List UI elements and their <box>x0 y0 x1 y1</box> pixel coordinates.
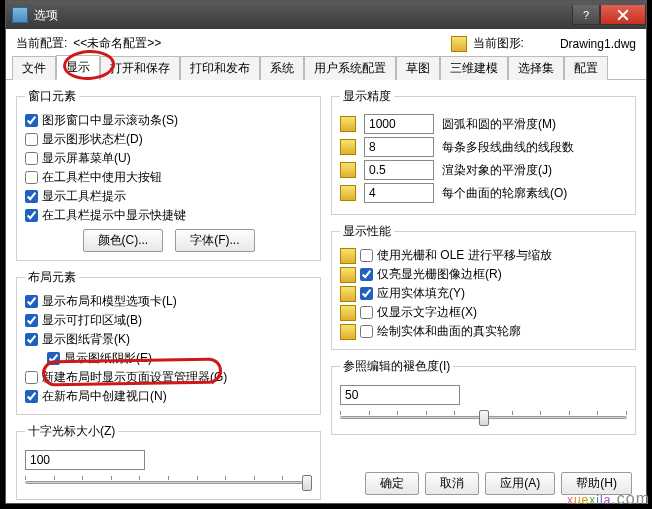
perf-row-4: 绘制实体和曲面的真实轮廓 <box>340 322 627 341</box>
winel-label-4: 显示工具栏提示 <box>42 188 126 205</box>
precision-input-3[interactable] <box>364 183 434 203</box>
perf-row-1: 仅亮显光栅图像边框(R) <box>340 265 627 284</box>
color-button[interactable]: 颜色(C)... <box>83 229 164 252</box>
layout-row-3: 显示图纸阴影(E) <box>25 349 312 368</box>
precision-input-0[interactable] <box>364 114 434 134</box>
tab-strip: 文件显示打开和保存打印和发布系统用户系统配置草图三维建模选择集配置 <box>6 58 646 80</box>
tab-2[interactable]: 打开和保存 <box>100 56 180 80</box>
layout-row-4: 新建布局时显示页面设置管理器(G) <box>25 368 312 387</box>
layout-checkbox-3[interactable] <box>47 352 60 365</box>
tab-8[interactable]: 选择集 <box>508 56 564 80</box>
perf-row-0: 使用光栅和 OLE 进行平移与缩放 <box>340 246 627 265</box>
tab-0[interactable]: 文件 <box>12 56 56 80</box>
winel-checkbox-3[interactable] <box>25 171 38 184</box>
layout-row-0: 显示布局和模型选项卡(L) <box>25 292 312 311</box>
layout-checkbox-1[interactable] <box>25 314 38 327</box>
layout-row-1: 显示可打印区域(B) <box>25 311 312 330</box>
tab-6[interactable]: 草图 <box>396 56 440 80</box>
drawing-icon <box>340 139 356 155</box>
layout-checkbox-5[interactable] <box>25 390 38 403</box>
crosshair-slider[interactable] <box>25 473 312 491</box>
tab-3[interactable]: 打印和发布 <box>180 56 260 80</box>
refedit-input[interactable] <box>340 385 460 405</box>
drawing-icon <box>340 305 356 321</box>
perf-checkbox-2[interactable] <box>360 287 373 300</box>
precision-label-0: 圆弧和圆的平滑度(M) <box>442 116 556 133</box>
window-elements-legend: 窗口元素 <box>25 88 79 105</box>
watermark: xuexila.com <box>567 486 650 509</box>
config-bar: 当前配置: <<未命名配置>> 当前图形: Drawing1.dwg <box>6 29 646 56</box>
drawing-icon <box>340 116 356 132</box>
ok-button[interactable]: 确定 <box>365 472 419 495</box>
help-button[interactable]: ? <box>572 5 600 25</box>
layout-label-1: 显示可打印区域(B) <box>42 312 142 329</box>
layout-label-4: 新建布局时显示页面设置管理器(G) <box>42 369 227 386</box>
winel-checkbox-0[interactable] <box>25 114 38 127</box>
layout-label-3: 显示图纸阴影(E) <box>64 350 152 367</box>
winel-checkbox-2[interactable] <box>25 152 38 165</box>
winel-label-2: 显示屏幕菜单(U) <box>42 150 131 167</box>
titlebar[interactable]: 选项 ? <box>6 1 646 29</box>
winel-checkbox-4[interactable] <box>25 190 38 203</box>
layout-elements-legend: 布局元素 <box>25 269 79 286</box>
window-elements-group: 窗口元素 图形窗口中显示滚动条(S)显示图形状态栏(D)显示屏幕菜单(U)在工具… <box>16 88 321 261</box>
precision-legend: 显示精度 <box>340 88 394 105</box>
drawing-icon <box>340 267 356 283</box>
current-config-label: 当前配置: <box>16 35 67 52</box>
current-drawing-value: Drawing1.dwg <box>560 37 636 51</box>
current-config-value: <<未命名配置>> <box>73 35 161 52</box>
winel-checkbox-1[interactable] <box>25 133 38 146</box>
perf-label-3: 仅显示文字边框(X) <box>377 304 477 321</box>
precision-input-1[interactable] <box>364 137 434 157</box>
winel-row-1: 显示图形状态栏(D) <box>25 130 312 149</box>
close-icon <box>617 9 629 21</box>
performance-legend: 显示性能 <box>340 223 394 240</box>
close-button[interactable] <box>600 5 646 25</box>
tab-4[interactable]: 系统 <box>260 56 304 80</box>
current-drawing-label: 当前图形: <box>473 35 524 52</box>
winel-checkbox-5[interactable] <box>25 209 38 222</box>
drawing-icon <box>340 248 356 264</box>
layout-checkbox-2[interactable] <box>25 333 38 346</box>
drawing-icon <box>340 185 356 201</box>
perf-row-3: 仅显示文字边框(X) <box>340 303 627 322</box>
precision-row-3: 每个曲面的轮廓素线(O) <box>340 183 627 203</box>
perf-label-4: 绘制实体和曲面的真实轮廓 <box>377 323 521 340</box>
drawing-icon <box>340 324 356 340</box>
layout-checkbox-0[interactable] <box>25 295 38 308</box>
winel-row-4: 显示工具栏提示 <box>25 187 312 206</box>
window-title: 选项 <box>34 7 58 24</box>
refedit-slider[interactable] <box>340 408 627 426</box>
precision-input-2[interactable] <box>364 160 434 180</box>
cancel-button[interactable]: 取消 <box>425 472 479 495</box>
layout-checkbox-4[interactable] <box>25 371 38 384</box>
apply-button[interactable]: 应用(A) <box>485 472 555 495</box>
precision-label-3: 每个曲面的轮廓素线(O) <box>442 185 567 202</box>
layout-label-0: 显示布局和模型选项卡(L) <box>42 293 177 310</box>
tab-1[interactable]: 显示 <box>56 55 100 80</box>
perf-checkbox-3[interactable] <box>360 306 373 319</box>
refedit-legend: 参照编辑的褪色度(I) <box>340 358 453 375</box>
tab-5[interactable]: 用户系统配置 <box>304 56 396 80</box>
perf-label-0: 使用光栅和 OLE 进行平移与缩放 <box>377 247 552 264</box>
tab-7[interactable]: 三维建模 <box>440 56 508 80</box>
performance-group: 显示性能 使用光栅和 OLE 进行平移与缩放仅亮显光栅图像边框(R)应用实体填充… <box>331 223 636 350</box>
winel-label-0: 图形窗口中显示滚动条(S) <box>42 112 178 129</box>
perf-label-2: 应用实体填充(Y) <box>377 285 465 302</box>
layout-row-2: 显示图纸背景(K) <box>25 330 312 349</box>
perf-checkbox-4[interactable] <box>360 325 373 338</box>
precision-row-1: 每条多段线曲线的线段数 <box>340 137 627 157</box>
tab-9[interactable]: 配置 <box>564 56 608 80</box>
perf-row-2: 应用实体填充(Y) <box>340 284 627 303</box>
winel-row-2: 显示屏幕菜单(U) <box>25 149 312 168</box>
perf-checkbox-0[interactable] <box>360 249 373 262</box>
layout-row-5: 在新布局中创建视口(N) <box>25 387 312 406</box>
font-button[interactable]: 字体(F)... <box>175 229 254 252</box>
perf-checkbox-1[interactable] <box>360 268 373 281</box>
crosshair-input[interactable] <box>25 450 145 470</box>
refedit-group: 参照编辑的褪色度(I) <box>331 358 636 435</box>
winel-row-0: 图形窗口中显示滚动条(S) <box>25 111 312 130</box>
winel-label-3: 在工具栏中使用大按钮 <box>42 169 162 186</box>
winel-row-3: 在工具栏中使用大按钮 <box>25 168 312 187</box>
precision-row-0: 圆弧和圆的平滑度(M) <box>340 114 627 134</box>
